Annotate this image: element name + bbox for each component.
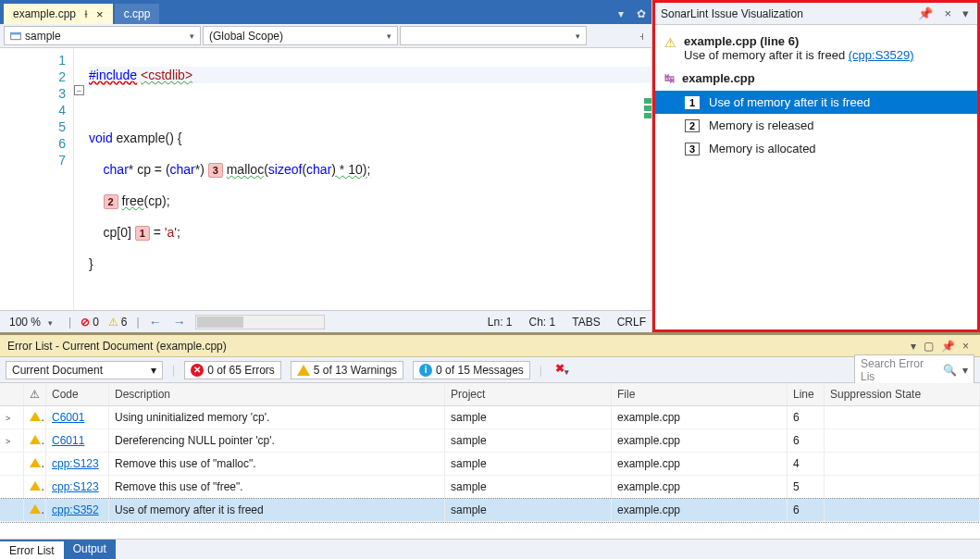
chevron-down-icon[interactable]: ▾ — [907, 340, 920, 353]
close-icon[interactable]: × — [959, 340, 973, 353]
error-row[interactable]: cpp:S352Use of memory after it is freeds… — [0, 499, 980, 522]
cursor-char: Ch: 1 — [529, 316, 556, 329]
indent-mode[interactable]: TABS — [572, 316, 600, 329]
expand-icon[interactable]: > — [6, 414, 10, 423]
step-marker-2[interactable]: 2 — [104, 194, 118, 209]
chevron-down-icon: ▾ — [379, 31, 391, 41]
step-text: Memory is allocated — [709, 142, 816, 155]
flow-icon: ↹ — [664, 71, 675, 85]
close-icon[interactable]: × — [96, 7, 104, 21]
issue-message: Use of memory after it is freed — [684, 48, 845, 62]
nav-back-icon[interactable]: ← — [149, 315, 162, 329]
sonarlint-titlebar: SonarLint Issue Visualization 📌 × ▾ — [655, 3, 977, 25]
rule-link[interactable]: (cpp:S3529) — [849, 48, 914, 62]
warning-icon: ⚠ — [664, 35, 676, 50]
step-row[interactable]: 3Memory is allocated — [655, 137, 977, 160]
gear-icon[interactable]: ✿ — [631, 4, 651, 24]
error-count[interactable]: ⊘0 — [81, 316, 99, 329]
error-code-link[interactable]: cpp:S123 — [52, 457, 99, 470]
issue-location: example.cpp (line 6) — [684, 34, 799, 48]
step-row[interactable]: 1Use of memory after it is freed — [655, 91, 977, 114]
fold-toggle[interactable]: − — [74, 85, 84, 95]
step-text: Use of memory after it is freed — [709, 95, 870, 109]
clear-filter-icon[interactable]: ✖▾ — [552, 358, 573, 380]
warning-icon — [30, 435, 41, 444]
tab-label: example.cpp — [13, 7, 76, 20]
code-editor[interactable]: 1234567 − #include <cstdlib> void exampl… — [0, 48, 651, 310]
line-gutter: 1234567 — [0, 48, 74, 310]
error-code-link[interactable]: cpp:S352 — [52, 503, 99, 516]
pin-icon[interactable]: 📌 — [937, 340, 959, 353]
code-content[interactable]: #include <cstdlib> void example() { char… — [89, 48, 651, 310]
warning-count[interactable]: ⚠6 — [108, 316, 128, 329]
error-code-link[interactable]: cpp:S123 — [52, 480, 99, 493]
error-code-link[interactable]: C6001 — [52, 411, 84, 424]
horizontal-scrollbar[interactable] — [195, 315, 325, 329]
grid-header[interactable]: ⚠ Code Description Project File Line Sup… — [0, 383, 980, 406]
pin-icon[interactable]: 📌 — [915, 6, 936, 20]
svg-rect-1 — [11, 32, 21, 34]
chevron-down-icon[interactable]: ▾ — [613, 4, 629, 24]
warning-icon — [30, 458, 41, 467]
error-row[interactable]: >C6001Using uninitialized memory 'cp'.sa… — [0, 406, 980, 429]
close-icon[interactable]: × — [941, 6, 954, 20]
overview-ruler[interactable] — [644, 48, 651, 310]
flow-section: ↹ example.cpp — [655, 66, 977, 91]
error-list-titlebar: Error List - Current Document (example.c… — [0, 335, 980, 357]
step-list: 1Use of memory after it is freed2Memory … — [655, 91, 977, 160]
chevron-down-icon: ▾ — [182, 31, 194, 41]
error-list-toolbar: Current Document▾ | ✕0 of 65 Errors 5 of… — [0, 357, 980, 383]
editor-pane: example.cpp × c.cpp ▾ ✿ sample▾ (Global … — [0, 0, 652, 332]
line-ending[interactable]: CRLF — [617, 316, 646, 329]
error-row[interactable]: cpp:S123Remove this use of "malloc".samp… — [0, 453, 980, 476]
function-combo[interactable]: ▾ — [400, 26, 587, 45]
search-input[interactable]: Search Error Lis🔍▾ — [854, 354, 974, 386]
expand-icon[interactable]: > — [6, 437, 10, 446]
zoom-combo[interactable]: 100 %▾ — [6, 315, 59, 329]
severity-icon: ⚠ — [24, 383, 46, 405]
step-text: Memory is released — [709, 118, 813, 132]
chevron-down-icon: ▾ — [568, 31, 580, 41]
error-grid: ⚠ Code Description Project File Line Sup… — [0, 383, 980, 539]
step-number: 3 — [685, 143, 700, 155]
scope-filter-combo[interactable]: Current Document▾ — [6, 361, 163, 379]
step-marker-3[interactable]: 3 — [208, 163, 223, 178]
bottom-tab-strip: Error List Output — [0, 539, 980, 559]
tab-output[interactable]: Output — [64, 540, 116, 559]
nav-fwd-icon[interactable]: → — [173, 315, 186, 329]
tab-c[interactable]: c.cpp — [115, 4, 160, 24]
warning-icon — [30, 412, 41, 421]
editor-status-bar: 100 %▾ | ⊘0 ⚠6 | ←→ Ln: 1 Ch: 1 TABS CRL… — [0, 310, 651, 332]
project-icon — [10, 31, 21, 42]
fold-column: − — [74, 48, 89, 310]
tab-error-list[interactable]: Error List — [0, 540, 64, 559]
error-code-link[interactable]: C6011 — [52, 434, 84, 447]
step-number: 1 — [685, 96, 700, 109]
issue-header: ⚠ example.cpp (line 6) Use of memory aft… — [655, 31, 977, 66]
editor-nav-bar: sample▾ (Global Scope)▾ ▾ ⫞ — [0, 24, 651, 48]
namespace-combo[interactable]: sample▾ — [4, 26, 201, 45]
scope-combo[interactable]: (Global Scope)▾ — [203, 26, 398, 45]
step-number: 2 — [685, 119, 700, 132]
errors-filter-pill[interactable]: ✕0 of 65 Errors — [184, 361, 281, 379]
warning-icon — [30, 481, 41, 491]
error-row[interactable]: >C6011Dereferencing NULL pointer 'cp'.sa… — [0, 429, 980, 453]
tab-label: c.cpp — [124, 7, 151, 20]
warnings-filter-pill[interactable]: 5 of 13 Warnings — [291, 361, 403, 379]
split-icon[interactable]: ⫞ — [635, 26, 648, 46]
cursor-line: Ln: 1 — [488, 316, 513, 329]
error-row[interactable]: cpp:S123Remove this use of "free".sample… — [0, 476, 980, 499]
tab-example[interactable]: example.cpp × — [4, 4, 113, 24]
step-row[interactable]: 2Memory is released — [655, 114, 977, 137]
editor-tab-bar: example.cpp × c.cpp ▾ ✿ — [0, 0, 651, 24]
warning-icon — [30, 504, 41, 514]
sonarlint-panel: SonarLint Issue Visualization 📌 × ▾ ⚠ ex… — [652, 0, 980, 332]
pin-icon[interactable] — [81, 9, 91, 19]
step-marker-1[interactable]: 1 — [135, 226, 150, 241]
messages-filter-pill[interactable]: i0 of 15 Messages — [413, 361, 530, 379]
chevron-down-icon[interactable]: ▾ — [960, 6, 972, 20]
error-list-panel: Error List - Current Document (example.c… — [0, 332, 980, 539]
window-position-icon[interactable]: ▢ — [920, 340, 937, 353]
